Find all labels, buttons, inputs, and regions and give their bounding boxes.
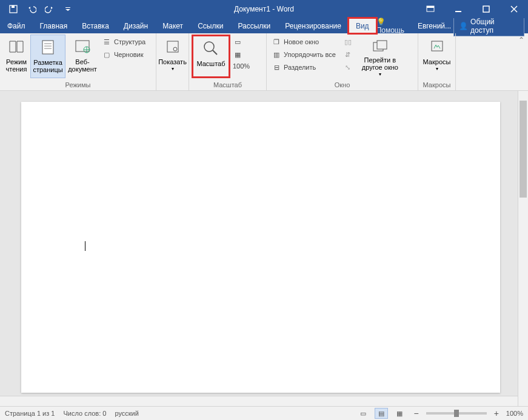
group-zoom: Масштаб ▭ ▦ 100% Масштаб: [189, 33, 267, 90]
zoom-label: Масштаб: [196, 60, 225, 67]
print-layout-label: Разметка страницы: [31, 59, 65, 73]
web-layout-button[interactable]: Веб-документ: [65, 35, 99, 78]
sync-scroll-button[interactable]: ⇵: [341, 48, 355, 61]
reset-position-button[interactable]: ⤡: [341, 61, 355, 73]
macros-icon: [427, 37, 447, 56]
status-read-mode-icon[interactable]: ▭: [356, 408, 370, 419]
group-modes: Режим чтения Разметка страницы Веб-докум…: [0, 33, 156, 90]
tab-layout[interactable]: Макет: [155, 18, 190, 33]
svg-rect-5: [455, 11, 461, 12]
share-icon: 👤: [459, 22, 468, 30]
zoom-in-button[interactable]: +: [492, 408, 501, 418]
multi-page-button[interactable]: ▦: [230, 48, 252, 61]
draft-button[interactable]: ▢Черновик: [99, 48, 148, 61]
svg-rect-7: [42, 41, 53, 54]
window-controls: [416, 0, 528, 18]
tab-view[interactable]: Вид: [349, 18, 376, 33]
split-button[interactable]: ⊟Разделить: [269, 61, 338, 73]
group-window: ❐Новое окно ▥Упорядочить все ⊟Разделить …: [267, 33, 418, 90]
show-icon: [163, 37, 182, 56]
read-mode-icon: [7, 37, 26, 56]
tab-home[interactable]: Главная: [33, 18, 75, 33]
side-by-side-button[interactable]: ▯▯: [341, 36, 355, 48]
chevron-down-icon: ▾: [172, 65, 174, 73]
maximize-icon[interactable]: [472, 0, 500, 18]
zoom-slider[interactable]: [426, 412, 487, 415]
document-area: [0, 91, 528, 406]
show-label: Показать: [158, 58, 187, 65]
status-print-layout-icon[interactable]: ▤: [375, 408, 388, 419]
tab-design[interactable]: Дизайн: [116, 18, 155, 33]
side-by-side-icon: ▯▯: [343, 37, 353, 47]
one-page-button[interactable]: ▭: [230, 36, 252, 48]
macros-label: Макросы: [423, 58, 451, 65]
svg-rect-19: [432, 41, 443, 51]
share-label: Общий доступ: [470, 18, 519, 35]
macros-button[interactable]: Макросы ▾: [421, 35, 453, 78]
group-window-label: Окно: [267, 80, 418, 90]
qat-more-icon[interactable]: [59, 1, 76, 18]
collapse-ribbon-icon[interactable]: ⌃: [515, 33, 528, 90]
group-zoom-label: Масштаб: [189, 80, 266, 90]
svg-rect-6: [483, 6, 489, 12]
page[interactable]: [21, 102, 500, 393]
status-language[interactable]: русский: [115, 410, 138, 417]
chevron-down-icon: ▾: [436, 65, 438, 73]
save-icon[interactable]: [5, 1, 22, 18]
close-icon[interactable]: [500, 0, 528, 18]
group-macros-label: Макросы: [418, 80, 455, 90]
status-page[interactable]: Страница 1 из 1: [5, 410, 55, 417]
ribbon: Режим чтения Разметка страницы Веб-докум…: [0, 33, 528, 91]
reset-pos-icon: ⤡: [343, 62, 353, 72]
new-window-button[interactable]: ❐Новое окно: [269, 36, 338, 48]
split-icon: ⊟: [272, 62, 281, 72]
tab-references[interactable]: Ссылки: [190, 18, 230, 33]
svg-point-14: [173, 47, 177, 51]
read-mode-button[interactable]: Режим чтения: [2, 35, 30, 78]
read-mode-label: Режим чтения: [2, 58, 30, 73]
show-button[interactable]: Показать ▾: [158, 35, 187, 78]
zoom-icon: [201, 39, 221, 58]
outline-button[interactable]: ☰Структура: [99, 36, 148, 48]
minimize-icon[interactable]: [444, 0, 472, 18]
quick-access-toolbar: [0, 1, 76, 18]
zoom-out-button[interactable]: −: [411, 408, 421, 418]
print-layout-button[interactable]: Разметка страницы: [30, 35, 65, 78]
hundred-percent-button[interactable]: 100%: [230, 61, 252, 71]
arrange-all-button[interactable]: ▥Упорядочить все: [269, 48, 338, 61]
tab-review[interactable]: Рецензирование: [278, 18, 349, 33]
text-cursor: [85, 241, 85, 251]
web-layout-label: Веб-документ: [65, 58, 99, 73]
switch-window-label: Перейти в другое окно: [358, 56, 403, 71]
svg-line-16: [213, 50, 217, 55]
sync-scroll-icon: ⇵: [343, 50, 353, 59]
zoom-slider-thumb[interactable]: [454, 410, 459, 417]
tab-mailings[interactable]: Рассылки: [230, 18, 278, 33]
arrange-icon: ▥: [272, 50, 281, 59]
vertical-scrollbar[interactable]: [518, 91, 528, 406]
zoom-button[interactable]: Масштаб: [192, 35, 230, 78]
tell-me[interactable]: 💡 Помощь: [376, 18, 415, 35]
draft-icon: ▢: [102, 50, 112, 59]
chevron-down-icon: ▾: [379, 71, 381, 78]
web-layout-icon: [73, 37, 92, 56]
tab-insert[interactable]: Вставка: [75, 18, 116, 33]
titlebar: Документ1 - Word: [0, 0, 528, 18]
switch-window-button[interactable]: Перейти в другое окно ▾: [358, 35, 403, 78]
undo-icon[interactable]: [23, 1, 40, 18]
tab-file[interactable]: Файл: [0, 18, 33, 33]
vertical-scrollbar-thumb[interactable]: [520, 101, 527, 198]
status-words[interactable]: Число слов: 0: [63, 410, 106, 417]
one-page-icon: ▭: [233, 37, 242, 47]
share-button[interactable]: 👤 Общий доступ: [453, 16, 524, 36]
svg-rect-4: [427, 6, 434, 8]
horizontal-scrollbar[interactable]: [0, 396, 518, 406]
redo-icon[interactable]: [41, 1, 58, 18]
svg-rect-2: [65, 7, 70, 8]
zoom-level[interactable]: 100%: [506, 410, 523, 417]
svg-rect-1: [12, 5, 15, 8]
status-web-layout-icon[interactable]: ▦: [393, 408, 406, 419]
user-name[interactable]: Евгений...: [418, 22, 451, 30]
ribbon-options-icon[interactable]: [416, 0, 444, 18]
outline-icon: ☰: [102, 37, 112, 47]
